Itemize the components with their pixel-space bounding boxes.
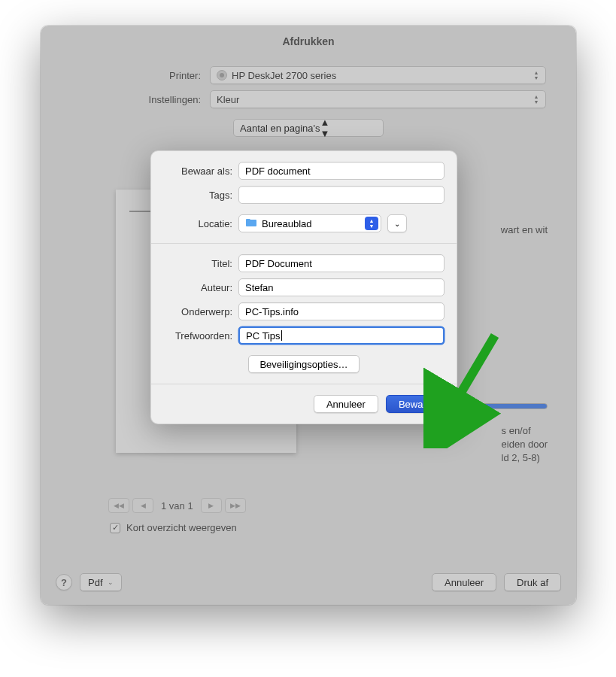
- sheet-save-button[interactable]: Bewaar: [386, 395, 445, 413]
- title-label: Titel:: [163, 258, 238, 269]
- security-options-button[interactable]: Beveiligingsopties…: [248, 355, 359, 373]
- save-as-label: Bewaar als:: [163, 165, 238, 177]
- folder-icon: [245, 218, 257, 229]
- save-as-input[interactable]: [238, 162, 445, 180]
- author-input[interactable]: [238, 278, 445, 296]
- tags-label: Tags:: [163, 190, 238, 201]
- expand-location-button[interactable]: ⌄: [387, 214, 407, 232]
- keywords-label: Trefwoorden:: [163, 330, 238, 342]
- location-select[interactable]: Bureaublad ▲▼: [238, 214, 381, 232]
- location-value: Bureaublad: [262, 218, 312, 229]
- location-label: Locatie:: [163, 218, 238, 229]
- author-label: Auteur:: [163, 282, 238, 293]
- tags-input[interactable]: [238, 186, 445, 204]
- title-input[interactable]: [238, 254, 445, 272]
- subject-input[interactable]: [238, 302, 445, 320]
- subject-label: Onderwerp:: [163, 306, 238, 317]
- keywords-input[interactable]: PC Tips: [238, 326, 445, 345]
- updown-icon: ▲▼: [365, 217, 378, 230]
- text-cursor: [281, 330, 282, 341]
- chevron-down-icon: ⌄: [394, 220, 400, 228]
- sheet-cancel-button[interactable]: Annuleer: [314, 395, 378, 413]
- save-pdf-sheet: Bewaar als: Tags: Locatie: Bureaublad ▲▼…: [150, 150, 457, 424]
